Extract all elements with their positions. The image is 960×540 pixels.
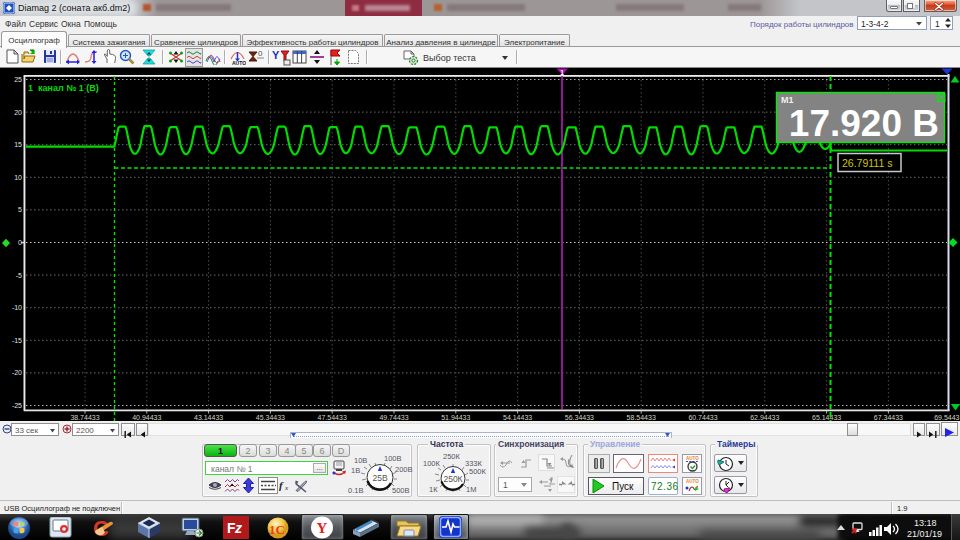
svg-text:20: 20 <box>14 109 22 116</box>
svg-text:62.94433: 62.94433 <box>750 414 779 421</box>
svg-text:60.74433: 60.74433 <box>688 414 717 421</box>
svg-text:-15: -15 <box>12 337 22 344</box>
svg-text:AUTO: AUTO <box>686 479 699 484</box>
svg-text:0: 0 <box>258 49 263 58</box>
svg-text:x: x <box>284 484 289 492</box>
svg-text:-5: -5 <box>16 272 22 279</box>
svg-text:65.14433: 65.14433 <box>812 414 841 421</box>
svg-text:56.34433: 56.34433 <box>565 414 594 421</box>
svg-text:Y: Y <box>272 49 280 61</box>
svg-text:250К: 250К <box>443 474 462 484</box>
svg-text:1С: 1С <box>269 522 285 537</box>
svg-text:1: 1 <box>560 69 564 76</box>
svg-text:43.14433: 43.14433 <box>194 414 223 421</box>
svg-text:-25: -25 <box>12 402 22 409</box>
svg-text:15: 15 <box>14 141 22 148</box>
svg-text:-20: -20 <box>12 369 22 376</box>
svg-text:AUTO: AUTO <box>232 60 246 66</box>
svg-text:47.54433: 47.54433 <box>318 414 347 421</box>
svg-text:49.74433: 49.74433 <box>379 414 408 421</box>
svg-text:AUTO: AUTO <box>686 456 699 461</box>
svg-text:67.34433: 67.34433 <box>874 414 903 421</box>
svg-text:Y: Y <box>317 520 328 536</box>
svg-text:10: 10 <box>14 174 22 181</box>
svg-text:f: f <box>279 479 284 491</box>
svg-text:69.5443: 69.5443 <box>934 414 959 421</box>
svg-text:38.74433: 38.74433 <box>70 414 99 421</box>
svg-text:25В: 25В <box>372 473 387 483</box>
svg-text:51.94433: 51.94433 <box>441 414 470 421</box>
svg-text:-10: -10 <box>12 304 22 311</box>
svg-text:26.79111 s: 26.79111 s <box>842 157 892 169</box>
svg-text:5: 5 <box>18 206 22 213</box>
svg-text:40.94433: 40.94433 <box>132 414 161 421</box>
svg-text:58.54433: 58.54433 <box>627 414 656 421</box>
svg-text:z: z <box>234 520 242 536</box>
svg-text:45.34433: 45.34433 <box>256 414 285 421</box>
svg-text:54.14433: 54.14433 <box>503 414 532 421</box>
svg-text:25: 25 <box>14 76 22 83</box>
svg-text:1 канал № 1 (В): 1 канал № 1 (В) <box>28 83 99 93</box>
svg-text:17.920 В: 17.920 В <box>789 103 939 144</box>
